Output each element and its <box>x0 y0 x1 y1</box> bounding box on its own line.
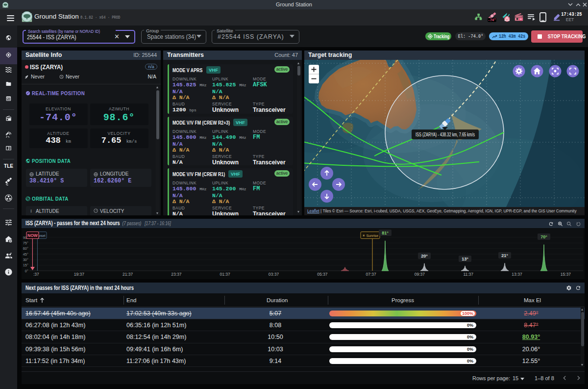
svg-text:75°: 75° <box>23 241 28 245</box>
svg-text:15°: 15° <box>23 263 28 267</box>
svg-text:21°: 21° <box>501 253 508 258</box>
svg-text:11:37: 11:37 <box>463 272 473 277</box>
svg-text:09:37: 09:37 <box>415 272 425 277</box>
svg-text:13°: 13° <box>462 257 468 261</box>
svg-text:NOW: NOW <box>27 233 38 238</box>
svg-text:23:37: 23:37 <box>171 272 182 277</box>
svg-text:81°: 81° <box>382 231 389 235</box>
svg-text::37: :37 <box>33 272 39 277</box>
svg-text:15:37: 15:37 <box>561 272 571 277</box>
svg-text:21:37: 21:37 <box>122 272 133 277</box>
svg-text:30°: 30° <box>23 258 28 262</box>
svg-text:ISS (ZARYA) - 438.32 km, 7.65: ISS (ZARYA) - 438.32 km, 7.65 km/s <box>416 132 475 137</box>
svg-text:20°: 20° <box>421 254 428 259</box>
svg-text:05:37: 05:37 <box>317 272 328 277</box>
svg-text:01:37: 01:37 <box>220 272 231 277</box>
svg-text:03:37: 03:37 <box>269 272 279 277</box>
svg-text:☀ Sunrise: ☀ Sunrise <box>362 233 378 238</box>
svg-text:60°: 60° <box>23 246 28 251</box>
svg-text:13:37: 13:37 <box>512 272 522 277</box>
svg-text:-74°: -74° <box>488 18 496 22</box>
svg-text:45°: 45° <box>23 252 28 257</box>
svg-text:0°: 0° <box>25 269 28 273</box>
svg-text:70°: 70° <box>540 234 547 239</box>
svg-text:07:37: 07:37 <box>366 272 376 277</box>
svg-text:19:37: 19:37 <box>74 272 85 277</box>
